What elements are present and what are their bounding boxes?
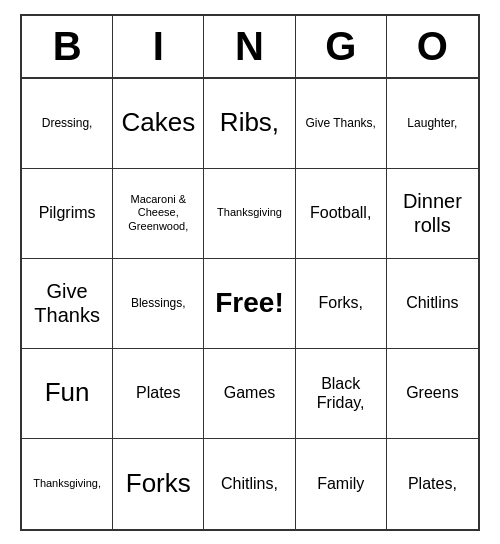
cell-text: Black Friday, <box>301 374 381 412</box>
bingo-cell: Fun <box>22 349 113 439</box>
cell-text: Pilgrims <box>39 203 96 222</box>
header-letter: O <box>387 16 478 77</box>
bingo-cell: Games <box>204 349 295 439</box>
bingo-cell: Free! <box>204 259 295 349</box>
header-letter: I <box>113 16 204 77</box>
cell-text: Family <box>317 474 364 493</box>
cell-text: Ribs, <box>220 107 279 138</box>
cell-text: Plates <box>136 383 180 402</box>
bingo-cell: Pilgrims <box>22 169 113 259</box>
bingo-cell: Cakes <box>113 79 204 169</box>
cell-text: Dressing, <box>42 116 93 130</box>
cell-text: Blessings, <box>131 296 186 310</box>
cell-text: Laughter, <box>407 116 457 130</box>
header-letter: B <box>22 16 113 77</box>
bingo-cell: Give Thanks, <box>296 79 387 169</box>
bingo-cell: Thanksgiving, <box>22 439 113 529</box>
header-letter: G <box>296 16 387 77</box>
cell-text: Chitlins <box>406 293 458 312</box>
cell-text: Greens <box>406 383 458 402</box>
bingo-cell: Give Thanks <box>22 259 113 349</box>
cell-text: Fun <box>45 377 90 408</box>
bingo-cell: Football, <box>296 169 387 259</box>
cell-text: Cakes <box>121 107 195 138</box>
header-letter: N <box>204 16 295 77</box>
cell-text: Forks <box>126 468 191 499</box>
bingo-cell: Dressing, <box>22 79 113 169</box>
bingo-card: BINGO Dressing,CakesRibs,Give Thanks,Lau… <box>20 14 480 531</box>
cell-text: Thanksgiving, <box>33 477 101 490</box>
bingo-cell: Chitlins, <box>204 439 295 529</box>
bingo-cell: Plates <box>113 349 204 439</box>
bingo-cell: Greens <box>387 349 478 439</box>
bingo-cell: Chitlins <box>387 259 478 349</box>
cell-text: Chitlins, <box>221 474 278 493</box>
bingo-header: BINGO <box>22 16 478 79</box>
bingo-cell: Black Friday, <box>296 349 387 439</box>
bingo-cell: Plates, <box>387 439 478 529</box>
bingo-cell: Dinner rolls <box>387 169 478 259</box>
cell-text: Free! <box>215 287 283 319</box>
cell-text: Thanksgiving <box>217 206 282 219</box>
cell-text: Football, <box>310 203 371 222</box>
cell-text: Plates, <box>408 474 457 493</box>
bingo-cell: Thanksgiving <box>204 169 295 259</box>
bingo-grid: Dressing,CakesRibs,Give Thanks,Laughter,… <box>22 79 478 529</box>
cell-text: Dinner rolls <box>392 189 473 237</box>
bingo-cell: Blessings, <box>113 259 204 349</box>
cell-text: Give Thanks, <box>305 116 375 130</box>
bingo-cell: Forks, <box>296 259 387 349</box>
cell-text: Forks, <box>318 293 362 312</box>
cell-text: Macaroni & Cheese, Greenwood, <box>118 193 198 233</box>
bingo-cell: Forks <box>113 439 204 529</box>
bingo-cell: Laughter, <box>387 79 478 169</box>
cell-text: Give Thanks <box>27 279 107 327</box>
bingo-cell: Family <box>296 439 387 529</box>
cell-text: Games <box>224 383 276 402</box>
bingo-cell: Macaroni & Cheese, Greenwood, <box>113 169 204 259</box>
bingo-cell: Ribs, <box>204 79 295 169</box>
